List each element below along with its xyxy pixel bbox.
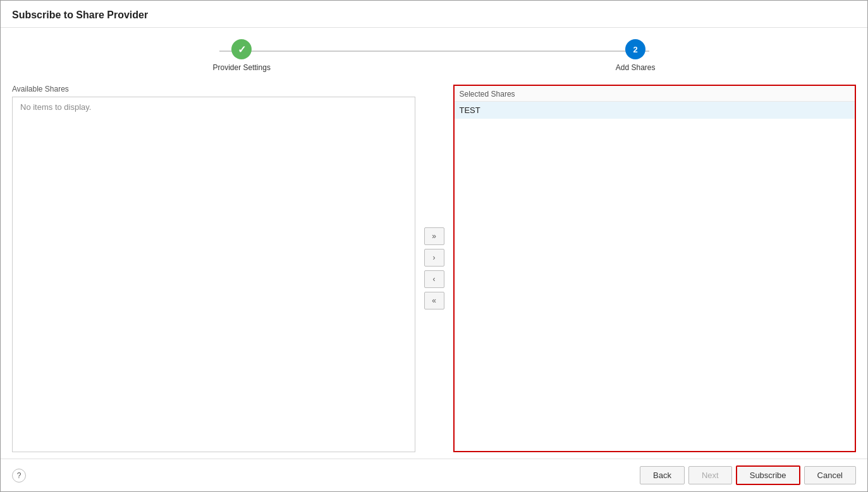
back-button[interactable]: Back <box>640 466 685 484</box>
step-2: 2 Add Shares <box>616 39 656 72</box>
step-2-number: 2 <box>633 45 638 54</box>
share-item-test[interactable]: TEST <box>455 102 855 119</box>
available-shares-box: No items to display. <box>12 97 415 452</box>
available-shares-label: Available Shares <box>12 85 415 93</box>
move-all-left-button[interactable]: « <box>424 292 444 309</box>
no-items-text: No items to display. <box>18 101 94 113</box>
move-all-right-button[interactable]: » <box>424 227 444 245</box>
selected-shares-header: Selected Shares <box>455 86 855 102</box>
step-1: ✓ Provider Settings <box>213 39 271 72</box>
dialog-header: Subscribe to Share Provider <box>1 1 867 28</box>
next-button[interactable]: Next <box>688 466 732 484</box>
step-1-circle: ✓ <box>231 39 252 59</box>
step-1-label: Provider Settings <box>213 63 271 72</box>
move-right-button[interactable]: › <box>424 249 444 267</box>
footer-left: ? <box>12 469 26 483</box>
stepper-steps: ✓ Provider Settings 2 Add Shares <box>213 39 656 72</box>
dialog-footer: ? Back Next Subscribe Cancel <box>1 459 867 491</box>
step-2-circle: 2 <box>625 39 645 59</box>
footer-right: Back Next Subscribe Cancel <box>640 465 856 485</box>
available-shares-section: Available Shares No items to display. <box>12 85 415 452</box>
dialog-body: Available Shares No items to display. » … <box>1 78 867 459</box>
subscribe-button[interactable]: Subscribe <box>736 465 800 485</box>
transfer-buttons-area: » › ‹ « <box>415 85 453 452</box>
subscribe-dialog: Subscribe to Share Provider ✓ Provider S… <box>0 0 868 492</box>
dialog-title: Subscribe to Share Provider <box>12 9 148 20</box>
step-2-label: Add Shares <box>616 63 656 72</box>
checkmark-icon: ✓ <box>238 44 246 56</box>
cancel-button[interactable]: Cancel <box>804 466 856 484</box>
move-left-button[interactable]: ‹ <box>424 270 444 288</box>
panels-row: Available Shares No items to display. » … <box>12 85 856 452</box>
selected-shares-box: Selected Shares TEST <box>453 85 857 452</box>
selected-shares-section: Selected Shares TEST <box>453 85 857 452</box>
stepper: ✓ Provider Settings 2 Add Shares <box>1 28 867 78</box>
help-icon[interactable]: ? <box>12 469 26 483</box>
